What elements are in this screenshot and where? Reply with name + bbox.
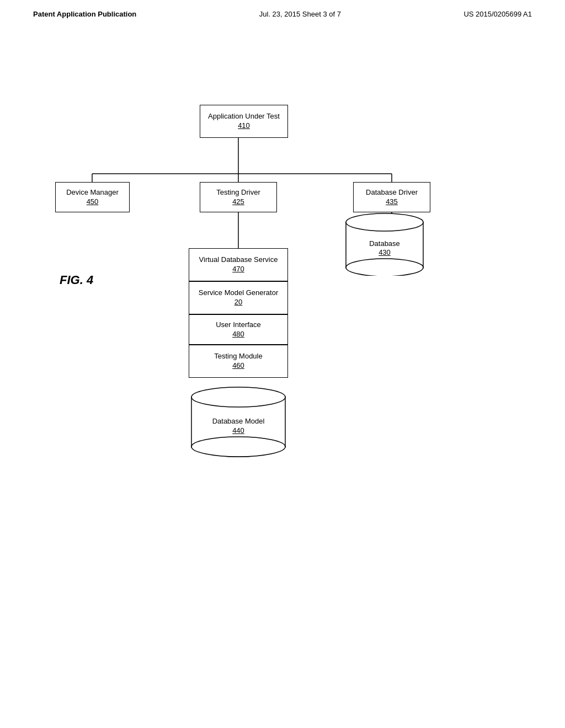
db440-cylinder: Database Model 440 <box>189 386 288 458</box>
vds-box: Virtual Database Service 470 <box>189 248 288 281</box>
page-header: Patent Application Publication Jul. 23, … <box>0 0 565 18</box>
aut-label: Application Under Test <box>208 112 280 121</box>
dd-ref: 435 <box>386 197 398 207</box>
tm-ref: 460 <box>232 361 244 371</box>
aut-ref: 410 <box>238 121 250 131</box>
db430-label: Database <box>369 239 400 249</box>
vds-label: Virtual Database Service <box>199 255 278 265</box>
td-label: Testing Driver <box>216 188 260 197</box>
td-ref: 425 <box>232 197 244 207</box>
header-patent-number: US 2015/0205699 A1 <box>463 10 532 18</box>
dm-label: Device Manager <box>66 188 119 197</box>
db430-ref: 430 <box>379 248 391 256</box>
dd-box: Database Driver 435 <box>353 182 430 212</box>
fig-label: FIG. 4 <box>60 273 93 287</box>
tm-label: Testing Module <box>214 352 262 361</box>
svg-rect-15 <box>191 447 285 457</box>
db430-cylinder: Database 430 <box>343 212 426 276</box>
header-date-sheet: Jul. 23, 2015 Sheet 3 of 7 <box>259 10 341 18</box>
svg-rect-11 <box>346 267 423 276</box>
ui-ref: 480 <box>232 330 244 339</box>
db440-label: Database Model <box>212 417 265 426</box>
smg-label: Service Model Generator <box>199 288 279 298</box>
smg-box: Service Model Generator 20 <box>189 281 288 314</box>
smg-ref: 20 <box>234 298 242 307</box>
ui-box: User Interface 480 <box>189 314 288 345</box>
svg-point-13 <box>191 387 285 407</box>
db440-ref: 440 <box>232 426 244 435</box>
svg-point-9 <box>346 213 423 231</box>
connector-lines <box>0 44 565 717</box>
dm-ref: 450 <box>87 197 99 207</box>
dd-label: Database Driver <box>366 188 418 197</box>
dm-box: Device Manager 450 <box>55 182 130 212</box>
td-box: Testing Driver 425 <box>200 182 277 212</box>
aut-box: Application Under Test 410 <box>200 105 288 138</box>
header-publication: Patent Application Publication <box>33 10 136 18</box>
vds-ref: 470 <box>232 265 244 274</box>
diagram-area: Application Under Test 410 Testing Drive… <box>0 44 565 717</box>
ui-label: User Interface <box>216 320 261 330</box>
tm-box: Testing Module 460 <box>189 345 288 378</box>
